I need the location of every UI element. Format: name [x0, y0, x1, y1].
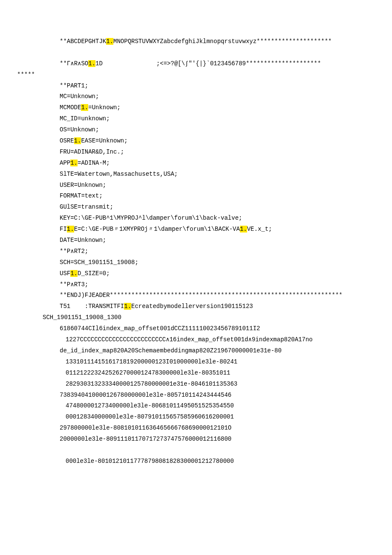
text-line: OS=Unknown; — [17, 125, 375, 136]
text-segment: ***** — [17, 71, 35, 78]
text-segment: SCH_1901151_19008_1300 — [43, 314, 121, 321]
highlight: 1. — [88, 60, 95, 67]
text-segment: T51 :TRANSMITFI — [60, 303, 124, 310]
text-segment: OS=Unknown; — [60, 126, 99, 133]
text-segment: **P∧RT2; — [60, 248, 88, 255]
text-line: DATE=Unknown; — [17, 235, 375, 246]
text-segment: D_SIZE=0; — [78, 270, 110, 277]
text-segment: MC_ID=unknown; — [60, 115, 110, 122]
text-line: 1331011141516171819200000123I01000000le3… — [17, 357, 375, 368]
text-line: GUlSE=transmit; — [17, 202, 375, 213]
text-segment: DATE=Unknown; — [60, 237, 106, 244]
text-line: FRU=ADINAR&D,Inc.; — [17, 147, 375, 158]
text-line: SCH_1901151_19008_1300 — [17, 312, 375, 323]
text-segment: OSRE — [60, 137, 74, 144]
text-line: USER=Unknown; — [17, 180, 375, 191]
text-line: 282930313233340000125780000001e31e-80461… — [17, 379, 375, 390]
text-segment: 738394041000012678000000le3le-8057101142… — [60, 392, 231, 398]
text-segment: E=C:\GE-PUB〃1XMYPROj〃1\damper\forum\1\BA… — [74, 226, 240, 232]
text-segment: **PART1; — [60, 82, 88, 89]
text-segment: de_id_index_map820A20Schemaembeddingmap8… — [60, 347, 282, 354]
text-line: 01121222324252627000012478300000le3le-80… — [17, 368, 375, 379]
highlight: 1. — [70, 270, 78, 277]
text-line: 61860744CIl6index_map_offset001dCCZ11111… — [17, 323, 375, 334]
text-segment: SCH=SCH_1901151_19008; — [60, 259, 138, 266]
highlight: 1. — [70, 160, 78, 166]
text-segment: 000le3le-8010121011777879808182830000121… — [66, 458, 234, 465]
highlight: 1. — [106, 38, 113, 45]
text-segment: MC=Unknown; — [60, 93, 99, 100]
text-line: MC_ID=unknown; — [17, 113, 375, 125]
text-line: APP1.=ADINA-M; — [17, 158, 375, 169]
text-segment: **Γ∧R∧SO — [60, 60, 88, 67]
text-line: **P∧RT2; — [17, 246, 375, 257]
text-line: 474800001273400000le3le-8068101149505152… — [17, 401, 375, 412]
highlight: 1. — [240, 226, 247, 232]
text-segment: MNOPQRSTUVWXYZabcdefghiJklmnopqrstuvwxyz… — [113, 38, 331, 45]
text-line: SlTE=Watertown,Massachusetts,USA; — [17, 169, 375, 180]
text-segment: EASE=Unknown; — [81, 137, 127, 144]
text-segment: GUlSE=transmit; — [60, 203, 113, 210]
text-segment: 1227CCCCCCCCCCCCCCCCCCCCCCCC∧16index_map… — [66, 336, 313, 343]
text-line: KEY=C:\GE-PUB^1\MYPROJ^l\damper\forum\1\… — [17, 213, 375, 224]
text-segment: 474800001273400000le3le-8068101149505152… — [66, 402, 234, 409]
text-line: FI1.E=C:\GE-PUB〃1XMYPROj〃1\damper\forum\… — [17, 224, 375, 235]
text-segment: Ecreatedbymodellerversion190115123 — [131, 303, 253, 310]
document-page: **ABCDEPGHTJK1.MNOPQRSTUVWXYZabcdefghiJk… — [0, 0, 392, 484]
text-segment: FRU=ADINAR&D,Inc.; — [60, 148, 124, 155]
text-segment: 1331011141516171819200000123I01000000le3… — [66, 358, 237, 365]
text-segment: 01121222324252627000012478300000le3le-80… — [66, 369, 230, 376]
text-line — [17, 47, 375, 58]
text-segment: SlTE=Watertown,Massachusetts,USA; — [60, 171, 178, 177]
text-line: 00012834000000le3le-80791011565758596061… — [17, 412, 375, 423]
text-line: FORMAT=text; — [17, 191, 375, 202]
text-segment: 00012834000000le3le-80791011565758596061… — [66, 413, 234, 420]
text-line: 1227CCCCCCCCCCCCCCCCCCCCCCCC∧16index_map… — [17, 334, 375, 346]
highlight: 1. — [81, 104, 88, 111]
text-segment: MCMODE — [60, 104, 81, 111]
text-segment: **ENDJ)FJEADER**************************… — [60, 292, 343, 299]
text-line: de_id_index_map820A20Schemaembeddingmap8… — [17, 346, 375, 357]
text-segment: FORMAT=text; — [60, 192, 103, 199]
highlight: 1. — [74, 137, 81, 144]
highlight: 1. — [124, 303, 131, 310]
text-segment: FI — [60, 226, 67, 232]
text-line — [17, 445, 375, 456]
text-segment: USER=Unknown; — [60, 182, 106, 189]
text-line: T51 :TRANSMITFI1.Ecreatedbymodellerversi… — [17, 301, 375, 312]
text-segment: USF — [60, 270, 70, 277]
text-segment: =ADINA-M; — [78, 160, 110, 166]
text-segment: APP — [60, 160, 70, 166]
text-segment: 282930313233340000125780000001e31e-80461… — [66, 381, 237, 387]
text-segment: =Unknown; — [88, 104, 121, 111]
text-segment: 2000000le3le-809111011707172737475760000… — [60, 436, 231, 442]
text-line: 2000000le3le-809111011707172737475760000… — [17, 434, 375, 445]
text-line: ***** — [17, 70, 375, 81]
text-line: 297800000le3le-8081010116364656667686900… — [17, 423, 375, 434]
text-line: 000le3le-8010121011777879808182830000121… — [17, 456, 375, 467]
text-line: OSRE1.EASE=Unknown; — [17, 136, 375, 147]
text-line: **ABCDEPGHTJK1.MNOPQRSTUVWXYZabcdefghiJk… — [17, 36, 375, 47]
highlight: 1. — [67, 226, 74, 232]
text-line: MC=Unknown; — [17, 91, 375, 102]
text-line: **ENDJ)FJEADER**************************… — [17, 290, 375, 301]
text-line: **P∧RT3; — [17, 279, 375, 291]
text-segment: 297800000le3le-8081010116364656667686900… — [60, 424, 231, 431]
text-segment: KEY=C:\GE-PUB^1\MYPROJ^l\damper\forum\1\… — [60, 215, 242, 221]
text-line: USF1.D_SIZE=0; — [17, 268, 375, 279]
text-segment: **P∧RT3; — [60, 281, 88, 288]
text-line: **PART1; — [17, 81, 375, 92]
text-segment: 1D ;<=>?@[\∫"'{|}`0123456789************… — [95, 60, 321, 67]
text-segment: VE.x_t; — [247, 226, 272, 232]
text-line: SCH=SCH_1901151_19008; — [17, 257, 375, 268]
text-line: 738394041000012678000000le3le-8057101142… — [17, 390, 375, 401]
text-segment: **ABCDEPGHTJK — [60, 38, 106, 45]
text-segment: 61860744CIl6index_map_offset001dCCZ11111… — [60, 325, 260, 332]
text-line: MCMODE1.=Unknown; — [17, 102, 375, 113]
text-line: **Γ∧R∧SO1.1D ;<=>?@[\∫"'{|}`0123456789**… — [17, 58, 375, 70]
